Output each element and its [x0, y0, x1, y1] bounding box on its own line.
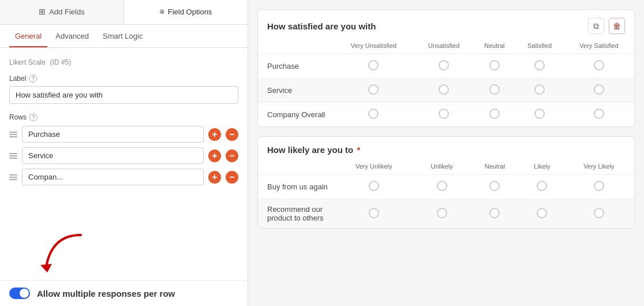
- col-header-2-2: Unlikely: [414, 161, 469, 175]
- radio-cell[interactable]: [515, 79, 564, 103]
- table-row: Company Overall: [258, 103, 634, 127]
- radio-circle[interactable]: [439, 60, 449, 70]
- sub-tab-advanced[interactable]: Advanced: [50, 25, 95, 47]
- radio-cell[interactable]: [414, 175, 469, 199]
- radio-circle[interactable]: [594, 109, 604, 119]
- radio-circle[interactable]: [369, 181, 379, 191]
- sub-tab-general[interactable]: General: [9, 25, 47, 47]
- rows-label: Rows ?: [9, 113, 238, 121]
- radio-circle[interactable]: [437, 181, 447, 191]
- card-1-copy-button[interactable]: ⧉: [588, 18, 604, 34]
- row-remove-button-2[interactable]: [226, 150, 238, 162]
- row-remove-button-1[interactable]: [226, 128, 238, 141]
- row-label-1-2: Service: [258, 79, 333, 103]
- radio-cell[interactable]: [333, 103, 414, 127]
- table-row: Buy from us again: [258, 175, 634, 199]
- card-header-2: How likely are you to *: [258, 137, 634, 161]
- radio-circle[interactable]: [594, 208, 604, 218]
- radio-cell[interactable]: [469, 175, 521, 199]
- radio-cell[interactable]: [473, 103, 515, 127]
- col-header-1-2: Unsatisfied: [414, 40, 473, 54]
- rows-help-icon[interactable]: ?: [29, 113, 38, 121]
- toggle-switch[interactable]: [9, 288, 30, 299]
- row-remove-button-3[interactable]: [226, 171, 238, 184]
- drag-handle-3[interactable]: [9, 174, 17, 180]
- sub-tab-smart-logic[interactable]: Smart Logic: [97, 25, 148, 47]
- sub-tabs: General Advanced Smart Logic: [0, 25, 248, 48]
- row-label-1-3: Company Overall: [258, 103, 333, 127]
- copy-icon: ⧉: [593, 21, 599, 31]
- radio-cell[interactable]: [564, 79, 634, 103]
- radio-circle[interactable]: [368, 60, 379, 70]
- radio-cell[interactable]: [414, 54, 473, 79]
- col-header-1-3: Neutral: [473, 40, 515, 54]
- radio-circle[interactable]: [489, 181, 500, 191]
- radio-cell[interactable]: [473, 54, 515, 79]
- radio-cell[interactable]: [564, 199, 634, 229]
- card-2-title: How likely are you to *: [267, 145, 360, 155]
- row-add-button-2[interactable]: [208, 150, 221, 162]
- row-add-button-1[interactable]: [208, 128, 221, 141]
- table-row: Purchase: [258, 54, 634, 79]
- radio-cell[interactable]: [333, 54, 414, 79]
- radio-cell[interactable]: [564, 175, 634, 199]
- radio-cell[interactable]: [333, 175, 414, 199]
- row-input-3[interactable]: [22, 169, 204, 185]
- radio-circle[interactable]: [534, 109, 545, 119]
- row-add-button-3[interactable]: [208, 171, 221, 184]
- radio-circle[interactable]: [368, 109, 379, 119]
- right-panel: How satisfied are you with ⧉ 🗑 Very Unsa…: [248, 0, 644, 306]
- radio-circle[interactable]: [594, 60, 604, 70]
- radio-circle[interactable]: [489, 84, 500, 95]
- col-header-2-5: Very Likely: [564, 161, 634, 175]
- radio-circle[interactable]: [534, 60, 545, 70]
- radio-circle[interactable]: [368, 84, 379, 95]
- left-panel: ⊞ Add Fields ≡ Field Options General Adv…: [0, 0, 248, 306]
- label-help-icon[interactable]: ?: [29, 74, 37, 83]
- card-1-title: How satisfied are you with: [267, 21, 376, 31]
- radio-cell[interactable]: [521, 175, 564, 199]
- radio-cell[interactable]: [333, 79, 414, 103]
- row-label-1-1: Purchase: [258, 54, 333, 79]
- radio-circle[interactable]: [594, 181, 604, 191]
- toggle-thumb: [20, 289, 29, 298]
- radio-cell[interactable]: [515, 103, 564, 127]
- radio-circle[interactable]: [439, 84, 449, 95]
- radio-circle[interactable]: [537, 208, 547, 218]
- radio-circle[interactable]: [437, 208, 447, 218]
- radio-circle[interactable]: [594, 84, 604, 95]
- radio-circle[interactable]: [534, 84, 545, 95]
- radio-cell[interactable]: [515, 54, 564, 79]
- radio-cell[interactable]: [521, 199, 564, 229]
- radio-cell[interactable]: [564, 103, 634, 127]
- tab-field-options-label: Field Options: [168, 8, 212, 16]
- radio-cell[interactable]: [414, 103, 473, 127]
- radio-circle[interactable]: [537, 181, 547, 191]
- radio-cell[interactable]: [564, 54, 634, 79]
- drag-handle-1[interactable]: [9, 132, 17, 137]
- col-header-1-1: Very Unsatisfied: [333, 40, 414, 54]
- row-input-2[interactable]: [22, 147, 204, 164]
- bottom-label: Allow multiple responses per row: [37, 289, 175, 298]
- card-1-delete-button[interactable]: 🗑: [609, 18, 625, 34]
- row-input-1[interactable]: [22, 126, 204, 143]
- radio-cell[interactable]: [333, 199, 414, 229]
- radio-cell[interactable]: [414, 199, 469, 229]
- radio-circle[interactable]: [369, 208, 379, 218]
- row-label-2-2: Recommend our product to others: [258, 199, 333, 229]
- label-input[interactable]: [9, 86, 238, 104]
- bottom-bar: Allow multiple responses per row: [0, 280, 248, 306]
- tab-add-fields[interactable]: ⊞ Add Fields: [0, 0, 124, 24]
- radio-circle[interactable]: [489, 208, 500, 218]
- radio-circle[interactable]: [489, 60, 500, 70]
- radio-circle[interactable]: [489, 109, 500, 119]
- row-item-1: [9, 126, 238, 143]
- radio-cell[interactable]: [414, 79, 473, 103]
- tab-field-options[interactable]: ≡ Field Options: [124, 0, 248, 24]
- card-header-1: How satisfied are you with ⧉ 🗑: [258, 10, 634, 40]
- radio-circle[interactable]: [439, 109, 449, 119]
- drag-handle-2[interactable]: [9, 153, 17, 159]
- radio-cell[interactable]: [469, 199, 521, 229]
- row-label-2-1: Buy from us again: [258, 175, 333, 199]
- radio-cell[interactable]: [473, 79, 515, 103]
